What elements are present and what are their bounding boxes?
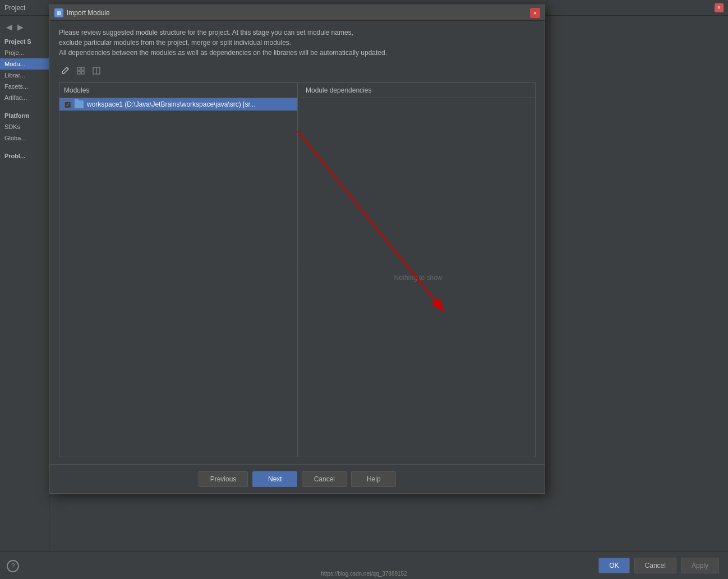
nav-forward-button[interactable]: ▶ <box>16 22 25 31</box>
modules-panel: Modules workspace1 (D:\Java\JetBrains\wo… <box>59 83 298 457</box>
sidebar-item-modules[interactable]: Modu... <box>0 58 49 70</box>
ide-background: Project × ◀ ▶ Project S Proje... Modu...… <box>0 0 728 579</box>
ide-close-button[interactable]: × <box>715 3 724 12</box>
modal-title-icon: ▦ <box>54 8 63 17</box>
modal-close-button[interactable]: × <box>530 8 540 18</box>
svg-rect-0 <box>77 67 80 70</box>
apply-button[interactable]: Apply <box>681 558 719 573</box>
edit-button[interactable] <box>59 65 71 77</box>
sidebar-item-global[interactable]: Globa... <box>0 132 49 144</box>
modal-footer: Previous Next Cancel Help <box>50 464 545 493</box>
ok-button[interactable]: OK <box>598 558 629 573</box>
ide-title: Project <box>4 4 25 12</box>
sidebar-item-facets[interactable]: Facets... <box>0 81 49 92</box>
module-toolbar <box>59 65 536 77</box>
main-cancel-button[interactable]: Cancel <box>634 558 676 573</box>
svg-rect-1 <box>81 67 84 70</box>
module-checkbox[interactable] <box>64 101 71 108</box>
merge-icon <box>76 66 85 75</box>
svg-rect-2 <box>77 71 80 74</box>
modal-title: Import Module <box>67 9 527 17</box>
help-circle-button[interactable]: ? <box>7 560 19 572</box>
bottom-bar: https://blog.csdn.net/qq_37889152 OK Can… <box>0 551 728 579</box>
deps-empty-text: Nothing to show <box>301 98 535 457</box>
help-button[interactable]: Help <box>351 471 396 487</box>
sidebar-project-header: Project S <box>0 36 49 47</box>
svg-rect-3 <box>81 71 84 74</box>
module-list-item[interactable]: workspace1 (D:\Java\JetBrains\workspace\… <box>59 98 297 111</box>
sidebar-item-libraries[interactable]: Librar... <box>0 70 49 81</box>
modules-panel-header: Modules <box>59 83 297 98</box>
import-module-dialog: ▦ Import Module × Please review suggeste… <box>49 4 545 494</box>
sidebar-item-sdks[interactable]: SDKs <box>0 121 49 132</box>
split-icon <box>92 66 101 75</box>
sidebar-problems-header: Probl... <box>0 150 49 162</box>
next-button[interactable]: Next <box>252 471 297 487</box>
previous-button[interactable]: Previous <box>199 471 248 487</box>
nav-back-button[interactable]: ◀ <box>4 22 13 31</box>
cancel-button[interactable]: Cancel <box>302 471 347 487</box>
dependencies-panel: Module dependencies Nothing to show <box>301 83 535 457</box>
module-folder-icon <box>75 100 84 108</box>
url-text: https://blog.csdn.net/qq_37889152 <box>321 571 407 577</box>
sidebar-item-artifacts[interactable]: Artifac... <box>0 92 49 103</box>
split-button[interactable] <box>90 65 103 77</box>
edit-icon <box>61 66 70 75</box>
sidebar-item-project[interactable]: Proje... <box>0 47 49 58</box>
description-line3: All dependencies between the modules as … <box>59 48 536 58</box>
sidebar-platform-header: Platform <box>0 110 49 121</box>
sidebar: ◀ ▶ Project S Proje... Modu... Librar...… <box>0 16 49 579</box>
module-name: workspace1 (D:\Java\JetBrains\workspace\… <box>87 100 256 108</box>
modules-content-area: Modules workspace1 (D:\Java\JetBrains\wo… <box>59 82 536 457</box>
description-line1: Please review suggested module structure… <box>59 27 536 38</box>
description-block: Please review suggested module structure… <box>59 27 536 58</box>
modal-body: Please review suggested module structure… <box>50 21 545 464</box>
description-line2: exclude particular modules from the proj… <box>59 38 536 48</box>
modal-titlebar: ▦ Import Module × <box>50 5 545 21</box>
merge-button[interactable] <box>75 65 87 77</box>
deps-panel-header: Module dependencies <box>301 83 535 98</box>
